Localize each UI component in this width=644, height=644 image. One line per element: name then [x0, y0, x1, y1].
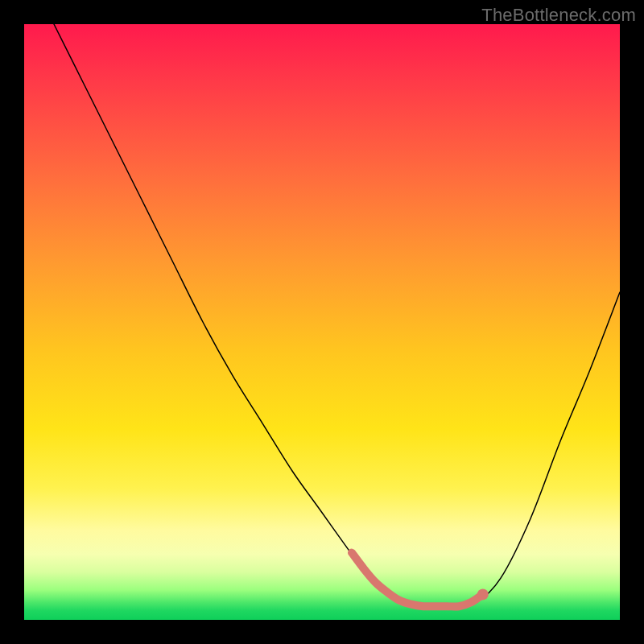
- optimal-range-marker: [477, 588, 489, 600]
- optimal-range-segment: [352, 553, 484, 607]
- watermark-text: TheBottleneck.com: [481, 5, 636, 26]
- plot-area: [24, 24, 620, 620]
- bottleneck-curve: [24, 24, 620, 620]
- chart-frame: TheBottleneck.com: [0, 0, 644, 644]
- curve-line: [54, 24, 620, 609]
